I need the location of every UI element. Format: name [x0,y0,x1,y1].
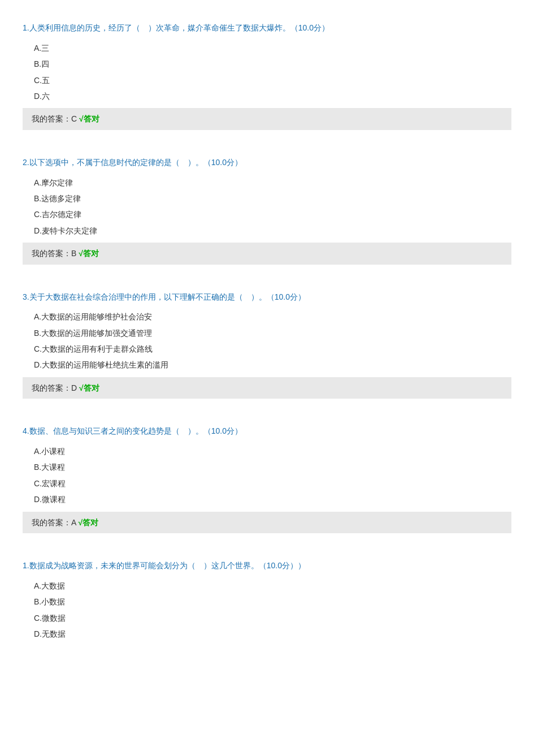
answer-label-q1: 我的答案：C [32,114,79,123]
option-q1-B[interactable]: B.四 [34,58,511,70]
questions-container: 1.人类利用信息的历史，经历了（ ）次革命，媒介革命催生了数据大爆炸。（10.0… [23,11,511,657]
options-q4: A.小课程B.大课程C.宏课程D.微课程 [23,445,511,506]
option-q4-D[interactable]: D.微课程 [34,493,511,506]
option-q1-C[interactable]: C.五 [34,74,511,87]
answer-label-q2: 我的答案：B [32,249,79,258]
option-q5-C[interactable]: C.微数据 [34,612,511,624]
option-q1-A[interactable]: A.三 [34,42,511,54]
answer-result-q2: √答对 [79,249,99,258]
divider-q4 [23,533,511,545]
answer-result-q3: √答对 [79,383,99,392]
answer-label-q3: 我的答案：D [32,383,79,392]
question-block-q2: 2.以下选项中，不属于信息时代的定律的是（ ）。（10.0分）A.摩尔定律B.达… [23,146,511,276]
answer-result-q4: √答对 [78,518,98,527]
option-q5-A[interactable]: A.大数据 [34,580,511,592]
option-q5-B[interactable]: B.小数据 [34,595,511,608]
answer-bar-q2: 我的答案：B √答对 [23,243,511,264]
options-q3: A.大数据的运用能够维护社会治安B.大数据的运用能够加强交通管理C.大数据的运用… [23,310,511,371]
divider-q5 [23,646,511,657]
option-q4-A[interactable]: A.小课程 [34,445,511,457]
divider-q2 [23,265,511,276]
question-block-q3: 3.关于大数据在社会综合治理中的作用，以下理解不正确的是（ ）。（10.0分）A… [23,280,511,411]
option-q1-D[interactable]: D.六 [34,90,511,102]
option-q3-C[interactable]: C.大数据的运用有利于走群众路线 [34,343,511,355]
divider-q3 [23,399,511,410]
options-q5: A.大数据B.小数据C.微数据D.无数据 [23,580,511,641]
option-q2-D[interactable]: D.麦特卡尔夫定律 [34,224,511,237]
question-title-q2: 2.以下选项中，不属于信息时代的定律的是（ ）。（10.0分） [23,156,511,170]
options-q1: A.三B.四C.五D.六 [23,42,511,103]
answer-label-q4: 我的答案：A [32,518,78,527]
answer-bar-q3: 我的答案：D √答对 [23,377,511,399]
option-q4-C[interactable]: C.宏课程 [34,477,511,490]
question-title-q1: 1.人类利用信息的历史，经历了（ ）次革命，媒介革命催生了数据大爆炸。（10.0… [23,21,511,35]
option-q2-B[interactable]: B.达德多定律 [34,192,511,205]
option-q5-D[interactable]: D.无数据 [34,628,511,640]
option-q4-B[interactable]: B.大课程 [34,461,511,473]
option-q2-A[interactable]: A.摩尔定律 [34,176,511,189]
option-q2-C[interactable]: C.吉尔德定律 [34,208,511,221]
option-q3-A[interactable]: A.大数据的运用能够维护社会治安 [34,310,511,323]
answer-result-q1: √答对 [79,114,99,123]
question-title-q4: 4.数据、信息与知识三者之间的变化趋势是（ ）。（10.0分） [23,425,511,438]
question-block-q4: 4.数据、信息与知识三者之间的变化趋势是（ ）。（10.0分）A.小课程B.大课… [23,414,511,545]
divider-q1 [23,130,511,141]
question-block-q1: 1.人类利用信息的历史，经历了（ ）次革命，媒介革命催生了数据大爆炸。（10.0… [23,11,511,141]
answer-bar-q1: 我的答案：C √答对 [23,108,511,129]
option-q3-B[interactable]: B.大数据的运用能够加强交通管理 [34,327,511,339]
question-title-q3: 3.关于大数据在社会综合治理中的作用，以下理解不正确的是（ ）。（10.0分） [23,291,511,304]
question-block-q5: 1.数据成为战略资源，未来的世界可能会划分为（ ）这几个世界。（10.0分））A… [23,549,511,657]
option-q3-D[interactable]: D.大数据的运用能够杜绝抗生素的滥用 [34,358,511,371]
answer-bar-q4: 我的答案：A √答对 [23,512,511,533]
options-q2: A.摩尔定律B.达德多定律C.吉尔德定律D.麦特卡尔夫定律 [23,176,511,237]
question-title-q5: 1.数据成为战略资源，未来的世界可能会划分为（ ）这几个世界。（10.0分）） [23,559,511,573]
